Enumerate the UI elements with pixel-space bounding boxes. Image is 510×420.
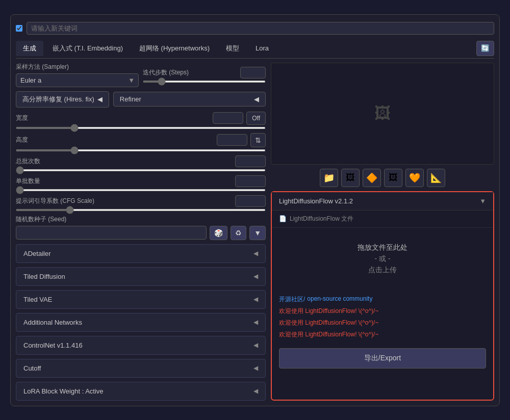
cfg-header: 提示词引导系数 (CFG Scale) 7	[16, 195, 266, 207]
ldf-title: LightDiffusionFlow v2.1.2	[279, 197, 353, 205]
tab-model[interactable]: 模型	[219, 41, 246, 56]
top-bar	[16, 20, 494, 37]
ldf-msg2-row: 欢迎使用 LightDiffusionFlow! \(^o^)/~	[279, 319, 486, 327]
tiled-diffusion-arrow-icon: ◀	[253, 273, 258, 280]
seed-label: 随机数种子 (Seed)	[16, 215, 266, 224]
batch-size-slider[interactable]	[16, 189, 266, 191]
toolbar-brain-button[interactable]: 🧡	[405, 169, 424, 187]
ldf-opensrc-link[interactable]: 开源社区/	[279, 295, 305, 304]
cfg-row: 提示词引导系数 (CFG Scale) 7	[16, 195, 266, 211]
steps-input[interactable]: 20	[240, 67, 266, 78]
lora-block-header[interactable]: LoRA Block Weight : Active ◀	[16, 382, 265, 400]
steps-label: 迭代步数 (Steps)	[143, 68, 189, 77]
tab-embedding[interactable]: 嵌入式 (T.I. Embedding)	[45, 41, 130, 56]
ldf-file-label: LightDiffusionFlow 文件	[290, 215, 353, 223]
height-row: 高度 512 ⇅	[16, 133, 266, 151]
toolbar-image-button[interactable]: 🖼	[341, 169, 360, 187]
hires-arrow-icon: ◀	[97, 95, 103, 103]
tiled-diffusion-label: Tiled Diffusion	[23, 273, 65, 280]
sampler-label: 采样方法 (Sampler)	[16, 63, 139, 71]
keyword-checkbox[interactable]	[16, 25, 22, 32]
total-batch-slider[interactable]	[16, 169, 266, 171]
sampler-select[interactable]: Euler a	[16, 73, 139, 87]
additional-networks-accordion: Additional Networks ◀	[16, 313, 266, 332]
height-slider[interactable]	[16, 149, 266, 151]
tiled-diffusion-header[interactable]: Tiled Diffusion ◀	[16, 268, 265, 285]
seed-row: 随机数种子 (Seed) -1 🎲 ♻ ▼	[16, 215, 266, 240]
lora-block-arrow-icon: ◀	[253, 387, 258, 395]
refiner-button[interactable]: Refiner ◀	[113, 92, 266, 107]
width-input[interactable]: 512	[213, 112, 243, 124]
ldf-msg3: 欢迎使用 LightDiffusionFlow! \(^o^)/~	[279, 330, 378, 339]
tab-bar: 生成 嵌入式 (T.I. Embedding) 超网络 (Hypernetwor…	[16, 41, 494, 59]
tiled-vae-arrow-icon: ◀	[253, 296, 258, 303]
cutoff-header[interactable]: Cutoff ◀	[16, 359, 265, 377]
height-header: 高度 512 ⇅	[16, 133, 266, 147]
additional-networks-arrow-icon: ◀	[253, 319, 258, 326]
ldf-click-text: 点击上传	[368, 266, 397, 275]
additional-networks-header[interactable]: Additional Networks ◀	[16, 313, 265, 331]
batch-size-input[interactable]: 1	[235, 175, 266, 187]
tiled-vae-header[interactable]: Tiled VAE ◀	[16, 291, 265, 308]
total-batch-header: 总批次数 1	[16, 155, 266, 167]
seed-container: -1 🎲 ♻ ▼	[16, 226, 266, 240]
batch-size-row: 单批数量 1	[16, 175, 266, 191]
adetailer-arrow-icon: ◀	[253, 250, 258, 257]
steps-slider[interactable]	[143, 81, 266, 83]
seed-dropdown-button[interactable]: ▼	[249, 226, 266, 240]
ldf-or-text: - 或 -	[374, 254, 390, 264]
image-placeholder-icon: 🖼	[374, 104, 391, 123]
refiner-label: Refiner	[120, 95, 141, 103]
right-panel: 🖼 📁 🖼 🔶 🖼 🧡 📐 LightDiffusionFlow v2.1.2 …	[271, 63, 494, 401]
left-panel: 采样方法 (Sampler) Euler a ▼ 迭代步数 (Steps) 20	[16, 63, 266, 401]
controlnet-label: ControlNet v1.1.416	[23, 342, 83, 349]
ldf-file-icon: 📄	[279, 215, 287, 222]
export-button[interactable]: 导出/Export	[279, 348, 486, 369]
ldf-file-row: 📄 LightDiffusionFlow 文件	[272, 211, 493, 228]
cfg-label: 提示词引导系数 (CFG Scale)	[16, 197, 94, 205]
tab-hypernetworks[interactable]: 超网络 (Hypernetworks)	[132, 41, 217, 56]
total-batch-row: 总批次数 1	[16, 155, 266, 171]
width-label: 宽度	[16, 114, 28, 122]
cfg-input[interactable]: 7	[235, 195, 266, 207]
tab-generate[interactable]: 生成	[16, 41, 43, 56]
tiled-vae-label: Tiled VAE	[23, 296, 52, 303]
toolbar: 📁 🖼 🔶 🖼 🧡 📐	[271, 169, 494, 187]
controlnet-arrow-icon: ◀	[253, 342, 258, 349]
controlnet-header[interactable]: ControlNet v1.1.416 ◀	[16, 336, 265, 354]
ldf-drop-area[interactable]: 拖放文件至此处 - 或 - 点击上传	[272, 228, 493, 290]
toolbar-measure-button[interactable]: 📐	[427, 169, 445, 187]
hires-button[interactable]: 高分辨率修复 (Hires. fix) ◀	[16, 91, 109, 108]
ldf-msg1-row: 欢迎使用 LightDiffusionFlow! \(^o^)/~	[279, 307, 486, 316]
width-header: 宽度 512 Off	[16, 112, 266, 125]
tab-lora[interactable]: Lora	[248, 41, 276, 56]
cfg-slider[interactable]	[16, 209, 266, 211]
ldf-community-link[interactable]: open-source community	[307, 295, 372, 304]
height-input[interactable]: 512	[217, 134, 247, 146]
toolbar-folder-button[interactable]: 📁	[320, 169, 338, 187]
refresh-button[interactable]: 🔄	[476, 41, 494, 56]
seed-recycle-button[interactable]: ♻	[231, 226, 246, 240]
total-batch-input[interactable]: 1	[235, 155, 266, 167]
ldf-msg1: 欢迎使用 LightDiffusionFlow! \(^o^)/~	[279, 307, 378, 316]
batch-size-header: 单批数量 1	[16, 175, 266, 187]
tiled-vae-accordion: Tiled VAE ◀	[16, 290, 266, 309]
image-area: 🖼	[271, 63, 494, 165]
toolbar-gallery-button[interactable]: 🖼	[384, 169, 402, 187]
keyword-input[interactable]	[27, 22, 494, 35]
seed-input[interactable]: -1	[16, 226, 207, 240]
toolbar-diamond-button[interactable]: 🔶	[363, 169, 381, 187]
swap-button[interactable]: ⇅	[250, 133, 266, 147]
total-batch-label: 总批次数	[16, 157, 40, 166]
width-slider[interactable]	[16, 127, 266, 129]
off-button[interactable]: Off	[246, 112, 266, 125]
seed-dice-button[interactable]: 🎲	[210, 226, 227, 240]
tiled-diffusion-accordion: Tiled Diffusion ◀	[16, 267, 266, 286]
ldf-msg3-row: 欢迎使用 LightDiffusionFlow! \(^o^)/~	[279, 330, 486, 339]
adetailer-header[interactable]: ADetailer ◀	[16, 245, 265, 262]
main-container: 生成 嵌入式 (T.I. Embedding) 超网络 (Hypernetwor…	[10, 14, 500, 406]
ldf-msg2: 欢迎使用 LightDiffusionFlow! \(^o^)/~	[279, 319, 378, 327]
ldf-dropdown-icon[interactable]: ▼	[479, 197, 486, 205]
cutoff-accordion: Cutoff ◀	[16, 359, 266, 378]
ldf-opensrc-row: 开源社区/ open-source community	[279, 295, 486, 304]
